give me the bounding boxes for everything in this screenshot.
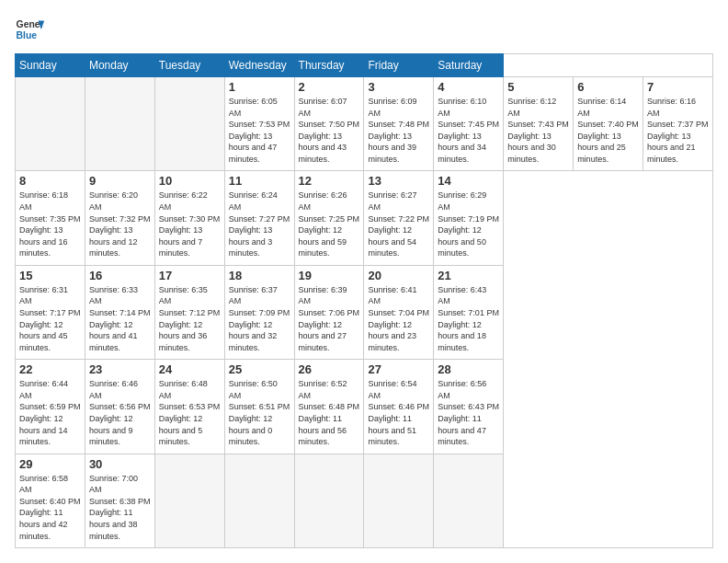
day-number: 27 [368, 362, 429, 376]
day-number: 10 [159, 174, 221, 188]
header: General Blue [15, 15, 713, 44]
calendar-cell: 3Sunrise: 6:09 AMSunset: 7:48 PMDaylight… [364, 77, 434, 171]
day-number: 1 [229, 80, 290, 94]
day-number: 21 [438, 269, 499, 282]
day-number: 26 [299, 362, 360, 376]
day-number: 14 [438, 174, 499, 188]
day-info: Sunrise: 6:56 AMSunset: 6:43 PMDaylight:… [438, 378, 499, 448]
calendar-cell: 6Sunrise: 6:14 AMSunset: 7:40 PMDaylight… [574, 77, 643, 171]
day-info: Sunrise: 6:39 AMSunset: 7:06 PMDaylight:… [299, 284, 360, 354]
calendar-week-5: 29Sunrise: 6:58 AMSunset: 6:40 PMDayligh… [16, 454, 713, 547]
day-number: 8 [19, 174, 81, 188]
calendar-cell: 21Sunrise: 6:43 AMSunset: 7:01 PMDayligh… [434, 265, 504, 359]
calendar-cell: 23Sunrise: 6:46 AMSunset: 6:56 PMDayligh… [85, 360, 154, 454]
calendar-cell [154, 77, 224, 171]
calendar-cell: 1Sunrise: 6:05 AMSunset: 7:53 PMDaylight… [224, 77, 294, 171]
calendar-cell: 13Sunrise: 6:27 AMSunset: 7:22 PMDayligh… [364, 171, 434, 265]
day-number: 23 [89, 362, 151, 376]
calendar-cell: 29Sunrise: 6:58 AMSunset: 6:40 PMDayligh… [16, 454, 85, 547]
weekday-header-tuesday: Tuesday [154, 54, 224, 77]
calendar-cell: 14Sunrise: 6:29 AMSunset: 7:19 PMDayligh… [434, 171, 504, 265]
day-info: Sunrise: 6:44 AMSunset: 6:59 PMDaylight:… [19, 378, 81, 448]
calendar-cell [364, 454, 434, 547]
day-info: Sunrise: 6:27 AMSunset: 7:22 PMDaylight:… [368, 190, 429, 259]
day-info: Sunrise: 6:54 AMSunset: 6:46 PMDaylight:… [368, 378, 429, 448]
calendar-cell: 15Sunrise: 6:31 AMSunset: 7:17 PMDayligh… [16, 265, 85, 359]
calendar-cell [294, 454, 364, 547]
day-number: 13 [368, 174, 429, 188]
calendar-cell: 24Sunrise: 6:48 AMSunset: 6:53 PMDayligh… [154, 360, 224, 454]
calendar-cell: 11Sunrise: 6:24 AMSunset: 7:27 PMDayligh… [224, 171, 294, 265]
day-info: Sunrise: 6:29 AMSunset: 7:19 PMDaylight:… [438, 190, 499, 259]
day-info: Sunrise: 6:58 AMSunset: 6:40 PMDaylight:… [19, 473, 81, 543]
calendar-cell: 28Sunrise: 6:56 AMSunset: 6:43 PMDayligh… [434, 360, 504, 454]
day-info: Sunrise: 6:48 AMSunset: 6:53 PMDaylight:… [159, 378, 221, 448]
day-number: 25 [229, 362, 290, 376]
day-info: Sunrise: 6:50 AMSunset: 6:51 PMDaylight:… [229, 378, 290, 448]
calendar-cell: 7Sunrise: 6:16 AMSunset: 7:37 PMDaylight… [643, 77, 713, 171]
day-number: 5 [507, 80, 569, 94]
day-info: Sunrise: 6:10 AMSunset: 7:45 PMDaylight:… [438, 96, 499, 166]
day-number: 3 [368, 80, 429, 94]
day-info: Sunrise: 6:16 AMSunset: 7:37 PMDaylight:… [647, 96, 709, 166]
day-number: 12 [299, 174, 360, 188]
day-info: Sunrise: 6:07 AMSunset: 7:50 PMDaylight:… [299, 96, 360, 166]
day-info: Sunrise: 6:31 AMSunset: 7:17 PMDaylight:… [19, 284, 81, 354]
calendar-cell [434, 454, 504, 547]
calendar-cell [85, 77, 154, 171]
weekday-header-friday: Friday [364, 54, 434, 77]
day-info: Sunrise: 6:05 AMSunset: 7:53 PMDaylight:… [229, 96, 290, 166]
calendar-cell [154, 454, 224, 547]
day-number: 16 [89, 269, 151, 282]
calendar-cell: 9Sunrise: 6:20 AMSunset: 7:32 PMDaylight… [85, 171, 154, 265]
calendar-week-1: 1Sunrise: 6:05 AMSunset: 7:53 PMDaylight… [16, 77, 713, 171]
day-number: 7 [647, 80, 709, 94]
calendar-cell: 2Sunrise: 6:07 AMSunset: 7:50 PMDaylight… [294, 77, 364, 171]
day-info: Sunrise: 6:20 AMSunset: 7:32 PMDaylight:… [89, 190, 151, 259]
weekday-header-wednesday: Wednesday [224, 54, 294, 77]
calendar-cell: 30Sunrise: 7:00 AMSunset: 6:38 PMDayligh… [85, 454, 154, 547]
logo-icon: General Blue [15, 15, 44, 44]
logo: General Blue [15, 15, 44, 44]
calendar-table: SundayMondayTuesdayWednesdayThursdayFrid… [15, 53, 713, 548]
calendar-cell: 26Sunrise: 6:52 AMSunset: 6:48 PMDayligh… [294, 360, 364, 454]
day-number: 6 [577, 80, 639, 94]
calendar-cell: 8Sunrise: 6:18 AMSunset: 7:35 PMDaylight… [16, 171, 85, 265]
calendar-cell: 19Sunrise: 6:39 AMSunset: 7:06 PMDayligh… [294, 265, 364, 359]
day-info: Sunrise: 6:43 AMSunset: 7:01 PMDaylight:… [438, 284, 499, 354]
weekday-header-saturday: Saturday [434, 54, 504, 77]
calendar-week-3: 15Sunrise: 6:31 AMSunset: 7:17 PMDayligh… [16, 265, 713, 359]
day-info: Sunrise: 6:18 AMSunset: 7:35 PMDaylight:… [19, 190, 81, 259]
calendar-cell: 22Sunrise: 6:44 AMSunset: 6:59 PMDayligh… [16, 360, 85, 454]
weekday-header-sunday: Sunday [16, 54, 85, 77]
day-number: 4 [438, 80, 499, 94]
day-number: 15 [19, 269, 81, 282]
day-number: 11 [229, 174, 290, 188]
day-info: Sunrise: 6:46 AMSunset: 6:56 PMDaylight:… [89, 378, 151, 448]
day-info: Sunrise: 6:26 AMSunset: 7:25 PMDaylight:… [299, 190, 360, 259]
calendar-cell: 12Sunrise: 6:26 AMSunset: 7:25 PMDayligh… [294, 171, 364, 265]
calendar-cell: 17Sunrise: 6:35 AMSunset: 7:12 PMDayligh… [154, 265, 224, 359]
calendar-cell: 25Sunrise: 6:50 AMSunset: 6:51 PMDayligh… [224, 360, 294, 454]
day-number: 28 [438, 362, 499, 376]
calendar-cell: 16Sunrise: 6:33 AMSunset: 7:14 PMDayligh… [85, 265, 154, 359]
day-info: Sunrise: 6:37 AMSunset: 7:09 PMDaylight:… [229, 284, 290, 354]
page: General Blue SundayMondayTuesdayWednesda… [0, 0, 728, 563]
weekday-header-monday: Monday [85, 54, 154, 77]
day-number: 19 [299, 269, 360, 282]
day-info: Sunrise: 6:35 AMSunset: 7:12 PMDaylight:… [159, 284, 221, 354]
calendar-week-4: 22Sunrise: 6:44 AMSunset: 6:59 PMDayligh… [16, 360, 713, 454]
calendar-cell [224, 454, 294, 547]
day-number: 2 [299, 80, 360, 94]
day-number: 17 [159, 269, 221, 282]
day-info: Sunrise: 6:24 AMSunset: 7:27 PMDaylight:… [229, 190, 290, 259]
weekday-header-thursday: Thursday [294, 54, 364, 77]
day-info: Sunrise: 6:41 AMSunset: 7:04 PMDaylight:… [368, 284, 429, 354]
day-info: Sunrise: 6:09 AMSunset: 7:48 PMDaylight:… [368, 96, 429, 166]
day-number: 30 [89, 457, 151, 471]
svg-text:Blue: Blue [17, 30, 38, 40]
calendar-week-2: 8Sunrise: 6:18 AMSunset: 7:35 PMDaylight… [16, 171, 713, 265]
day-number: 29 [19, 457, 81, 471]
day-info: Sunrise: 7:00 AMSunset: 6:38 PMDaylight:… [89, 473, 151, 543]
calendar-cell: 10Sunrise: 6:22 AMSunset: 7:30 PMDayligh… [154, 171, 224, 265]
